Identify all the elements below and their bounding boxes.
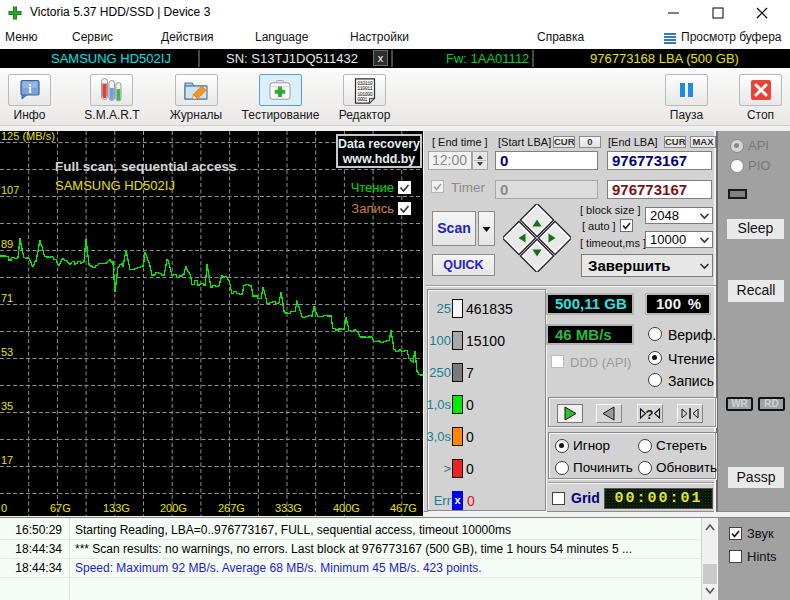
svg-text:71: 71 bbox=[1, 292, 13, 304]
svg-text:53: 53 bbox=[1, 346, 13, 358]
svg-text:0: 0 bbox=[1, 502, 7, 514]
svg-text:400G: 400G bbox=[333, 502, 360, 514]
svg-text:107: 107 bbox=[1, 184, 19, 196]
svg-text:?: ? bbox=[646, 407, 654, 422]
svg-text:200G: 200G bbox=[160, 502, 187, 514]
svg-text:125 (MB/s): 125 (MB/s) bbox=[1, 131, 55, 142]
svg-text:467G: 467G bbox=[390, 502, 417, 514]
svg-text:267G: 267G bbox=[218, 502, 245, 514]
svg-text:Full scan, sequential access: Full scan, sequential access bbox=[55, 159, 237, 174]
svg-text:0001: 0001 bbox=[357, 97, 367, 103]
svg-text:17: 17 bbox=[1, 454, 13, 466]
svg-text:Запись: Запись bbox=[351, 201, 394, 216]
svg-text:Чтение: Чтение bbox=[351, 180, 394, 195]
svg-text:35: 35 bbox=[1, 400, 13, 412]
svg-text:www.hdd.by: www.hdd.by bbox=[342, 152, 416, 166]
svg-text:333G: 333G bbox=[275, 502, 302, 514]
svg-text:133G: 133G bbox=[103, 502, 130, 514]
svg-text:Data recovery: Data recovery bbox=[338, 137, 420, 151]
svg-text:67G: 67G bbox=[50, 502, 71, 514]
svg-text:SAMSUNG HD502IJ: SAMSUNG HD502IJ bbox=[55, 178, 175, 193]
svg-text:89: 89 bbox=[1, 238, 13, 250]
